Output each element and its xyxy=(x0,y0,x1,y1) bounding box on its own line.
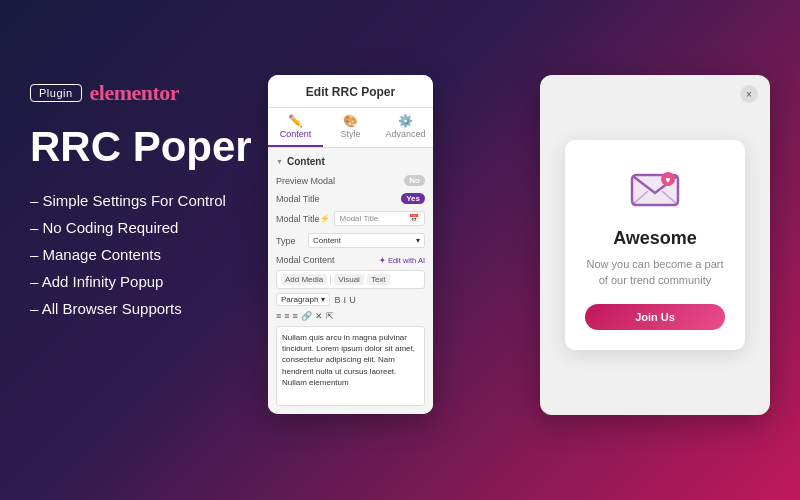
modal-description: Now you can become a part of our trend c… xyxy=(585,257,725,288)
modal-icon-wrapper: ♥ xyxy=(630,164,680,214)
modal-title-input-row: Modal Title ⚡ Modal Title 📅 xyxy=(276,211,425,226)
elementor-logo: elementor xyxy=(90,80,180,106)
tab-content-label: Content xyxy=(280,129,312,139)
svg-text:♥: ♥ xyxy=(665,175,670,185)
align-center-icon[interactable]: ≡ xyxy=(284,311,289,321)
modal-content-header: Modal Content ✦ Edit with AI xyxy=(276,255,425,265)
format-select[interactable]: Paragraph ▾ xyxy=(276,293,330,306)
tab-style[interactable]: 🎨 Style xyxy=(323,108,378,147)
remove-format-icon[interactable]: ✕ xyxy=(315,311,323,321)
list-item: All Browser Supports xyxy=(30,300,300,317)
envelope-icon: ♥ xyxy=(630,169,680,209)
chevron-down-icon: ▾ xyxy=(416,236,420,245)
editor-tabs: ✏️ Content 🎨 Style ⚙️ Advanced xyxy=(268,108,433,148)
dynamic-icon: ⚡ xyxy=(320,214,330,223)
modal-title: Awesome xyxy=(585,228,725,249)
calendar-icon: 📅 xyxy=(409,214,419,223)
text-button[interactable]: Text xyxy=(367,274,390,285)
type-row: Type Content ▾ xyxy=(276,233,425,248)
modal-title-toggle-row: Modal Title Yes xyxy=(276,193,425,204)
editor-header: Edit RRC Poper xyxy=(268,75,433,108)
preview-modal-row: Preview Modal No xyxy=(276,175,425,186)
modal-card: ♥ Awesome Now you can become a part of o… xyxy=(565,140,745,350)
fullscreen-icon[interactable]: ⇱ xyxy=(326,311,334,321)
modal-title-label: Modal Title xyxy=(276,194,320,204)
bold-icon[interactable]: B xyxy=(335,295,341,305)
visual-button[interactable]: Visual xyxy=(334,274,364,285)
preview-modal-toggle[interactable]: No xyxy=(404,175,425,186)
add-media-button[interactable]: Add Media xyxy=(281,274,327,285)
align-left-icon[interactable]: ≡ xyxy=(276,311,281,321)
feature-list: Simple Settings For Control No Coding Re… xyxy=(30,192,300,317)
close-button[interactable]: × xyxy=(740,85,758,103)
format-row: Paragraph ▾ B I U xyxy=(276,293,425,306)
section-title: Content xyxy=(276,156,425,167)
type-select[interactable]: Content ▾ xyxy=(308,233,425,248)
left-panel: Plugin elementor RRC Poper Simple Settin… xyxy=(30,80,300,327)
list-item: No Coding Required xyxy=(30,219,300,236)
tab-advanced-label: Advanced xyxy=(385,129,425,139)
link-icon[interactable]: 🔗 xyxy=(301,311,312,321)
editor-panel: Edit RRC Poper ✏️ Content 🎨 Style ⚙️ Adv… xyxy=(268,75,433,414)
modal-preview-panel: × ♥ Awesome Now you can become a part of… xyxy=(540,75,770,415)
join-button[interactable]: Join Us xyxy=(585,304,725,330)
editor-title: Edit RRC Poper xyxy=(306,85,395,99)
chevron-down-icon: ▾ xyxy=(321,295,325,304)
editor-body: Content Preview Modal No Modal Title Yes… xyxy=(268,148,433,414)
align-right-icon[interactable]: ≡ xyxy=(293,311,298,321)
list-item: Manage Contents xyxy=(30,246,300,263)
tab-content[interactable]: ✏️ Content xyxy=(268,108,323,147)
list-item: Add Infinity Popup xyxy=(30,273,300,290)
modal-title-field-label: Modal Title xyxy=(276,214,320,224)
list-item: Simple Settings For Control xyxy=(30,192,300,209)
plugin-badge: Plugin elementor xyxy=(30,80,179,106)
pencil-icon: ✏️ xyxy=(272,114,319,128)
media-toolbar: Add Media Visual Text xyxy=(276,270,425,289)
plugin-tag: Plugin xyxy=(30,84,82,102)
page-title: RRC Poper xyxy=(30,124,300,170)
underline-icon[interactable]: U xyxy=(349,295,356,305)
modal-content-label: Modal Content xyxy=(276,255,335,265)
toolbar-divider xyxy=(330,275,331,285)
formatting-bar: ≡ ≡ ≡ 🔗 ✕ ⇱ xyxy=(276,311,425,321)
style-icon: 🎨 xyxy=(327,114,374,128)
type-label: Type xyxy=(276,236,304,246)
modal-title-toggle[interactable]: Yes xyxy=(401,193,425,204)
editor-content-area[interactable]: Nullam quis arcu in magna pulvinar tinci… xyxy=(276,326,425,406)
edit-ai-button[interactable]: ✦ Edit with AI xyxy=(379,256,425,265)
tab-advanced[interactable]: ⚙️ Advanced xyxy=(378,108,433,147)
format-icons: B I U xyxy=(335,295,356,305)
body-text: Nullam quis arcu in magna pulvinar tinci… xyxy=(282,333,415,387)
tab-style-label: Style xyxy=(340,129,360,139)
preview-modal-label: Preview Modal xyxy=(276,176,335,186)
gear-icon: ⚙️ xyxy=(382,114,429,128)
modal-title-input[interactable]: Modal Title 📅 xyxy=(334,211,425,226)
italic-icon[interactable]: I xyxy=(344,295,347,305)
